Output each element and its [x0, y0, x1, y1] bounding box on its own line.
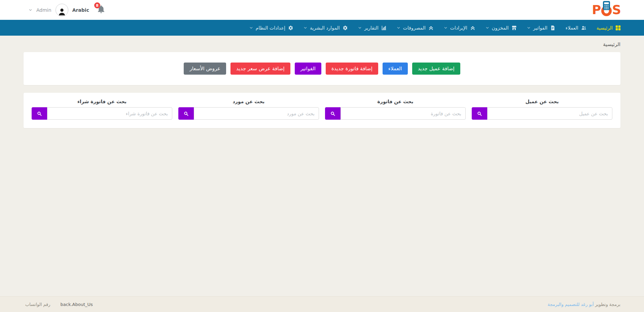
notification-count-badge: 8 — [94, 2, 100, 8]
supplier-search-label: بحث عن مورد — [178, 99, 319, 104]
nav-label: الرئيسية — [597, 25, 613, 31]
logo-letter-s: S — [612, 4, 621, 16]
invoice-search-input[interactable] — [341, 107, 466, 120]
quotes-button[interactable]: عروض الأسعار — [184, 63, 226, 75]
language-label[interactable]: Arabic — [72, 7, 89, 13]
store-icon — [511, 25, 517, 31]
chevron-down-icon — [303, 26, 307, 30]
search-icon — [37, 111, 42, 116]
supplier-search-button[interactable] — [178, 107, 194, 120]
invoice-file-icon — [550, 25, 556, 31]
nav-item-home[interactable]: الرئيسية — [597, 25, 621, 31]
grid-icon — [615, 25, 621, 31]
add-quote-button[interactable]: إضافة عرض سعر جديد — [230, 63, 290, 75]
add-invoice-button[interactable]: إضافة فاتورة جديدة — [326, 63, 378, 75]
credit-prefix: برمجة وتطوير — [595, 302, 620, 307]
chevron-down-icon — [527, 26, 531, 30]
whatsapp-link[interactable]: رقم الواتساب — [25, 302, 50, 307]
chevron-down-icon — [486, 26, 489, 30]
pos-logo[interactable]: P S — [592, 4, 621, 16]
calculator-icon — [603, 1, 610, 10]
purchase-invoice-search-group — [32, 107, 172, 120]
avatar[interactable] — [56, 4, 68, 16]
client-search-group — [472, 107, 612, 120]
nav-label: الموارد البشرية — [310, 25, 340, 31]
nav-item-invoices[interactable]: الفواتير — [527, 25, 556, 31]
client-search-panel: بحث عن عميل — [472, 99, 612, 120]
notifications-button[interactable]: 8 — [97, 5, 106, 15]
angles-up-icon — [470, 25, 475, 31]
nav-item-system-settings[interactable]: إعدادات النظام — [249, 25, 293, 31]
chevron-down-icon — [397, 26, 400, 30]
nav-label: العملاء — [566, 25, 578, 31]
chevron-down-icon — [358, 26, 362, 30]
chevron-down-icon — [249, 26, 253, 30]
nav-label: إعدادات النظام — [256, 25, 285, 31]
users-icon — [581, 25, 586, 31]
nav-label: الإيرادات — [450, 25, 467, 31]
purchase-invoice-search-label: بحث عن فاتورة شراء — [32, 99, 172, 104]
nav-item-customers[interactable]: العملاء — [566, 25, 586, 31]
quick-actions-card: إضافة عميل جديد العملاء إضافة فاتورة جدي… — [24, 52, 620, 85]
nav-label: المصروفات — [403, 25, 426, 31]
user-silhouette-icon — [58, 7, 66, 16]
invoices-button[interactable]: الفواتير — [295, 63, 321, 75]
add-client-button[interactable]: إضافة عميل جديد — [412, 63, 460, 75]
purchase-invoice-search-input[interactable] — [47, 107, 172, 120]
search-icon — [330, 111, 335, 116]
chevron-down-icon — [444, 26, 448, 30]
gear-icon — [288, 25, 293, 31]
nav-label: الفواتير — [533, 25, 547, 31]
invoice-search-button[interactable] — [325, 107, 341, 120]
purchase-invoice-search-panel: بحث عن فاتورة شراء — [32, 99, 172, 120]
nav-item-expenses[interactable]: المصروفات — [397, 25, 434, 31]
supplier-search-panel: بحث عن مورد — [178, 99, 319, 120]
footer-links: رقم الواتساب back.About_Us — [25, 302, 93, 307]
user-cluster: Admin Arabic 8 — [29, 4, 106, 16]
invoice-search-label: بحث عن فاتورة — [325, 99, 466, 104]
invoice-search-panel: بحث عن فاتورة — [325, 99, 466, 120]
topbar: Admin Arabic 8 P S — [0, 0, 644, 20]
client-search-input[interactable] — [487, 107, 612, 120]
developer-credit: برمجة وتطوير أبو رغد للتصميم والبرمجة — [547, 302, 620, 307]
footer: رقم الواتساب back.About_Us برمجة وتطوير … — [0, 296, 644, 312]
angles-up-icon — [428, 25, 434, 31]
nav-label: المخزون — [492, 25, 509, 31]
client-search-label: بحث عن عميل — [472, 99, 612, 104]
page-title: الرئيسية — [0, 36, 644, 52]
gear-icon — [343, 25, 348, 31]
nav-item-hr[interactable]: الموارد البشرية — [303, 25, 348, 31]
clients-button[interactable]: العملاء — [383, 63, 408, 75]
main-content: الرئيسية إضافة عميل جديد العملاء إضافة ف… — [0, 36, 644, 296]
nav-label: التقارير — [364, 25, 379, 31]
search-icon — [477, 111, 482, 116]
nav-items: الرئيسية العملاء الفواتير المخزون الإيرا… — [23, 25, 621, 31]
search-card: بحث عن عميل بحث عن فاتورة بحث عن مورد — [24, 93, 620, 128]
about-link[interactable]: back.About_Us — [61, 302, 93, 307]
admin-menu[interactable]: Admin — [36, 7, 51, 13]
logo-letter-p: P — [592, 4, 601, 16]
supplier-search-group — [178, 107, 319, 120]
client-search-button[interactable] — [472, 107, 487, 120]
bar-chart-icon — [381, 25, 387, 31]
main-navbar: الرئيسية العملاء الفواتير المخزون الإيرا… — [0, 20, 644, 36]
invoice-search-group — [325, 107, 466, 120]
nav-item-reports[interactable]: التقارير — [358, 25, 387, 31]
supplier-search-input[interactable] — [194, 107, 319, 120]
developer-link[interactable]: أبو رغد للتصميم والبرمجة — [547, 302, 594, 307]
search-icon — [183, 111, 189, 116]
purchase-invoice-search-button[interactable] — [32, 107, 47, 120]
nav-item-inventory[interactable]: المخزون — [486, 25, 517, 31]
logo-letter-o — [601, 5, 612, 15]
nav-item-revenues[interactable]: الإيرادات — [444, 25, 475, 31]
chevron-down-icon — [29, 8, 32, 12]
